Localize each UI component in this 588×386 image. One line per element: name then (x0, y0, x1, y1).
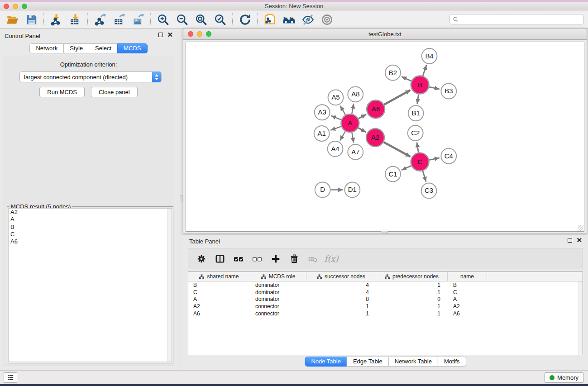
result-item[interactable]: A6 (9, 238, 172, 245)
table-settings-icon[interactable] (196, 253, 207, 265)
zoom-fit-icon[interactable] (191, 12, 210, 27)
import-table-icon[interactable] (66, 12, 85, 27)
close-panel-button[interactable]: Close panel (91, 87, 138, 97)
deselect-all-checkboxes-icon[interactable] (251, 253, 263, 265)
save-session-icon[interactable] (22, 12, 41, 27)
graph-node-C1[interactable]: C1 (385, 167, 401, 182)
edge-C-C3[interactable] (423, 171, 426, 182)
zoom-in-icon[interactable] (153, 12, 172, 27)
edge-A-A4[interactable] (340, 131, 345, 141)
edge-A-A2[interactable] (358, 128, 366, 132)
run-mcds-button[interactable]: Run MCDS (39, 87, 85, 97)
node-table[interactable]: shared name MCDS role successor nodes pr… (188, 272, 583, 355)
column-view-icon[interactable] (214, 253, 226, 265)
graph-node-B3[interactable]: B3 (441, 84, 456, 99)
graph-node-C3[interactable]: C3 (421, 183, 437, 199)
close-panel-icon[interactable]: ✕ (167, 33, 173, 37)
table-scrollbar[interactable] (578, 281, 583, 355)
graph-node-A6[interactable]: A6 (367, 100, 385, 118)
tab-motifs[interactable]: Motifs (438, 357, 466, 367)
edge-A6-B[interactable] (384, 90, 410, 105)
edge-A-A3[interactable] (331, 116, 341, 120)
show-graphics-details-icon[interactable] (317, 12, 336, 27)
result-item[interactable]: A2 (9, 209, 172, 216)
function-builder-icon[interactable]: f(x) (325, 253, 337, 265)
tab-node-table[interactable]: Node Table (305, 357, 347, 367)
open-session-icon[interactable] (3, 12, 22, 27)
select-all-checkboxes-icon[interactable] (233, 253, 244, 265)
graph-node-A[interactable]: A (341, 114, 359, 132)
graph-node-A4[interactable]: A4 (328, 141, 343, 157)
table-row[interactable]: A2connector11A2 (188, 303, 583, 310)
edge-A-A8[interactable] (352, 104, 354, 114)
graph-node-D[interactable]: D (315, 182, 330, 198)
float-table-panel-icon[interactable] (568, 238, 572, 243)
result-list-scrollbar[interactable] (167, 209, 172, 362)
graph-node-C2[interactable]: C2 (408, 125, 423, 141)
window-resize-grip[interactable] (578, 225, 583, 231)
float-panel-icon[interactable] (158, 33, 163, 37)
delete-table-icon[interactable] (307, 253, 319, 265)
tab-network-table[interactable]: Network Table (388, 357, 438, 367)
export-image-icon[interactable] (129, 12, 148, 27)
result-item[interactable]: A (9, 216, 172, 223)
graph-node-A5[interactable]: A5 (328, 90, 344, 105)
edge-A-A5[interactable] (340, 106, 345, 115)
graph-node-C[interactable]: C (411, 153, 429, 171)
column-header-predecessor-nodes[interactable]: predecessor nodes (376, 272, 448, 281)
close-table-panel-icon[interactable]: ✕ (576, 238, 582, 243)
graph-node-A1[interactable]: A1 (314, 126, 330, 141)
edge-C-C1[interactable] (402, 166, 411, 170)
edge-C-C2[interactable] (417, 143, 419, 152)
table-row[interactable]: Bdominator41B (188, 281, 583, 289)
edge-C-C4[interactable] (429, 158, 440, 160)
graph-node-C4[interactable]: C4 (441, 148, 456, 164)
export-table-icon[interactable] (110, 12, 129, 27)
import-network-icon[interactable] (47, 12, 66, 27)
tab-network[interactable]: Network (29, 43, 64, 53)
delete-column-icon[interactable] (288, 253, 300, 265)
edge-B-B3[interactable] (429, 87, 440, 89)
vertical-splitter-handle[interactable] (180, 195, 183, 202)
graph-node-B2[interactable]: B2 (385, 65, 401, 81)
table-row[interactable]: Cdominator41C (188, 289, 583, 296)
hide-graphics-details-icon[interactable] (298, 12, 317, 27)
graph-node-A7[interactable]: A7 (348, 144, 363, 160)
column-header-name[interactable]: name (448, 272, 487, 281)
graph-node-B[interactable]: B (411, 76, 429, 94)
graph-node-A8[interactable]: A8 (348, 87, 363, 102)
column-header-shared-name[interactable]: shared name (188, 272, 250, 281)
add-column-icon[interactable] (270, 253, 282, 265)
tab-select[interactable]: Select (89, 43, 118, 53)
network-canvas[interactable]: B4B2BB3A8A5A6B1A3AC2A1A2A4A7CC4C1C3DD1 (186, 42, 584, 232)
task-history-button[interactable] (4, 372, 17, 383)
edge-B-B2[interactable] (402, 76, 411, 81)
tab-style[interactable]: Style (63, 43, 89, 53)
graph-node-B4[interactable]: B4 (422, 48, 437, 64)
column-header-successor-nodes[interactable]: successor nodes (306, 272, 376, 281)
duplicate-network-icon[interactable] (260, 12, 279, 27)
tab-mcds[interactable]: MCDS (117, 43, 147, 53)
edge-A-A1[interactable] (330, 126, 341, 130)
refresh-icon[interactable] (235, 12, 254, 27)
column-header-mcds-role[interactable]: MCDS role (250, 272, 306, 281)
graph-node-A2[interactable]: A2 (366, 129, 384, 147)
table-row[interactable]: A6connector11A6 (188, 310, 583, 317)
tab-edge-table[interactable]: Edge Table (347, 357, 389, 367)
memory-button[interactable]: Memory (545, 372, 583, 383)
criterion-dropdown[interactable]: largest connected component (directed) (19, 71, 162, 82)
edge-B-B4[interactable] (423, 65, 426, 76)
zoom-out-icon[interactable] (172, 12, 191, 27)
search-box[interactable] (449, 14, 584, 24)
graph-node-B1[interactable]: B1 (408, 105, 424, 121)
mcds-result-list[interactable]: A2ABCA6 (8, 208, 172, 362)
horizontal-splitter-handle[interactable] (381, 231, 388, 234)
network-window-titlebar[interactable]: testGlobe.txt (183, 29, 587, 40)
zoom-selected-icon[interactable] (210, 12, 229, 27)
edge-B-B1[interactable] (417, 94, 419, 104)
edge-A-A7[interactable] (352, 133, 354, 143)
result-item[interactable]: B (9, 224, 172, 231)
edge-A-A6[interactable] (359, 114, 366, 119)
graph-node-A3[interactable]: A3 (315, 105, 330, 120)
edge-A2-C[interactable] (383, 142, 410, 157)
